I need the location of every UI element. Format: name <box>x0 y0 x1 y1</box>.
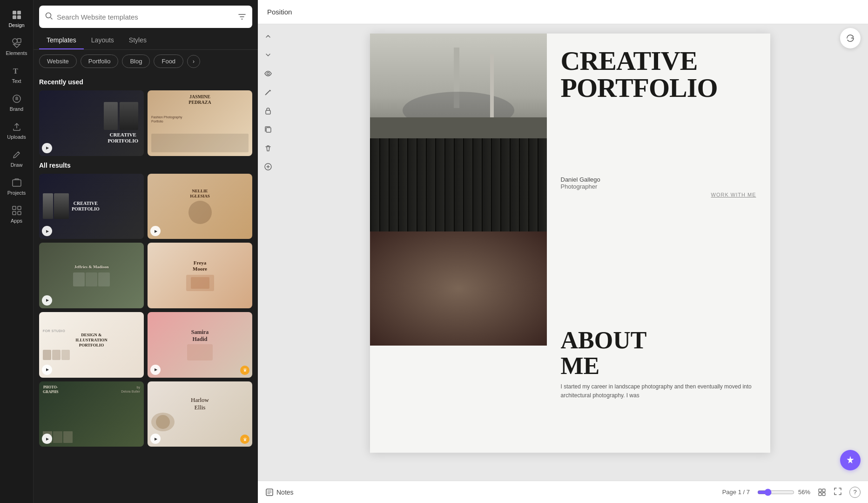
canvas-left-column <box>370 34 547 453</box>
svg-rect-13 <box>18 211 21 215</box>
sidebar-item-apps[interactable]: Apps <box>2 201 32 227</box>
add-btn[interactable] <box>260 158 276 175</box>
elements-icon <box>11 37 22 48</box>
canvas-page: CREATIVE PORTFOLIO Daniel Gallego Photog… <box>370 34 770 453</box>
svg-rect-9 <box>13 180 21 186</box>
svg-rect-10 <box>13 206 16 210</box>
text-label: Text <box>12 78 21 84</box>
svg-rect-12 <box>13 211 16 215</box>
edit-btn[interactable] <box>260 84 276 101</box>
zoom-percent: 56% <box>798 489 810 496</box>
tab-templates[interactable]: Templates <box>39 32 84 49</box>
visibility-btn[interactable] <box>260 65 276 82</box>
sidebar-item-design[interactable]: Design <box>2 6 32 32</box>
search-bar <box>39 6 252 28</box>
svg-point-14 <box>46 13 51 18</box>
about-title-line2: ME <box>561 353 600 379</box>
chip-portfolio[interactable]: Portfolio <box>81 54 119 68</box>
template-card-photographs[interactable]: PHOTO-GRAPHS byDelora Butler <box>39 381 144 447</box>
help-button[interactable]: ? <box>849 487 861 498</box>
svg-point-15 <box>267 73 269 75</box>
templates-scroll[interactable]: Recently used CREATIVEPORTFOLIO <box>34 73 258 503</box>
svg-point-46 <box>451 279 462 291</box>
tab-styles[interactable]: Styles <box>121 32 154 49</box>
scroll-down-btn[interactable] <box>260 47 276 63</box>
svg-rect-23 <box>370 138 547 231</box>
filter-button[interactable] <box>237 12 247 21</box>
search-input[interactable] <box>57 13 234 21</box>
brand-icon <box>11 93 22 104</box>
chips-more-arrow[interactable]: › <box>187 55 200 68</box>
apps-icon <box>11 205 22 216</box>
duplicate-btn[interactable] <box>260 121 276 138</box>
sidebar-item-elements[interactable]: Elements <box>2 34 32 60</box>
svg-rect-49 <box>822 489 825 492</box>
svg-rect-51 <box>822 493 825 496</box>
svg-text:T: T <box>13 67 18 75</box>
template-card-jeffries[interactable]: Jeffries & Madison <box>39 243 144 308</box>
sidebar-item-text[interactable]: T Text <box>2 61 32 88</box>
svg-rect-17 <box>266 128 271 132</box>
zoom-controls: 56% <box>757 489 810 496</box>
big-title-line1: CREATIVE <box>561 46 698 76</box>
magic-sparkle-button[interactable] <box>840 450 861 470</box>
chip-website[interactable]: Website <box>39 54 77 68</box>
elements-label: Elements <box>6 50 27 56</box>
svg-rect-3 <box>17 15 21 19</box>
grid-view-button[interactable] <box>818 488 826 496</box>
play-btn-all-6[interactable] <box>150 365 161 375</box>
projects-icon <box>11 177 22 188</box>
photographer-role: Photographer <box>561 183 756 190</box>
recently-used-title: Recently used <box>39 78 252 86</box>
big-title-line2: PORTFOLIO <box>561 73 718 103</box>
svg-rect-45 <box>444 285 475 301</box>
zoom-slider[interactable] <box>757 489 794 496</box>
lock-btn[interactable] <box>260 102 276 119</box>
play-btn-all-3[interactable] <box>42 295 52 306</box>
sidebar-item-brand[interactable]: Brand <box>2 89 32 116</box>
design-icon <box>11 9 22 20</box>
template-card-jasmine[interactable]: JASMINEPEDRAZA Fashion PhotographyPortfo… <box>148 90 252 156</box>
delete-btn[interactable] <box>260 140 276 156</box>
work-with-me-link[interactable]: WORK WITH ME <box>561 192 756 197</box>
play-btn-all-8[interactable] <box>150 434 161 444</box>
chip-food[interactable]: Food <box>154 54 183 68</box>
page-indicator: Page 1 / 7 <box>722 489 750 496</box>
top-bar: Position <box>258 0 868 24</box>
uploads-icon <box>11 121 22 132</box>
play-btn-recent-1[interactable] <box>42 143 52 153</box>
left-sidebar: Design Elements T Text Brand <box>0 0 34 503</box>
template-card-harlow[interactable]: HarlowEllis ♛ <box>148 381 252 447</box>
template-card-nellie[interactable]: NELLIEIGLESIAS <box>148 174 252 239</box>
scroll-up-btn[interactable] <box>260 28 276 45</box>
canvas-area[interactable]: CREATIVE PORTFOLIO Daniel Gallego Photog… <box>258 24 868 503</box>
svg-rect-5 <box>17 39 21 42</box>
template-card-creative-portfolio-1[interactable]: CREATIVEPORTFOLIO <box>39 174 144 239</box>
design-label: Design <box>8 22 24 28</box>
play-btn-all-5[interactable] <box>42 365 52 375</box>
tabs-row: Templates Layouts Styles <box>34 32 258 50</box>
magic-refresh-button[interactable] <box>840 28 861 48</box>
template-card-design-illus[interactable]: For Studio DESIGN &ILLUSTRATIONPORTFOLIO <box>39 312 144 378</box>
canvas-about-title: ABOUT ME <box>561 328 756 379</box>
sidebar-item-uploads[interactable]: Uploads <box>2 117 32 143</box>
fullscreen-button[interactable] <box>834 487 842 497</box>
uploads-label: Uploads <box>7 134 26 140</box>
all-results-title: All results <box>39 162 252 169</box>
template-card-samira[interactable]: SamiraHadid ♛ <box>148 312 252 378</box>
about-text: I started my career in landscape photogr… <box>561 382 756 400</box>
template-card-creative-portfolio-recent[interactable]: CREATIVEPORTFOLIO <box>39 90 144 156</box>
template-card-freya[interactable]: FreyaMoore <box>148 243 252 308</box>
svg-rect-22 <box>370 117 547 138</box>
notes-button[interactable]: Notes <box>265 488 294 496</box>
main-area: Position <box>258 0 868 503</box>
chip-blog[interactable]: Blog <box>122 54 150 68</box>
tab-layouts[interactable]: Layouts <box>84 32 121 49</box>
sidebar-item-projects[interactable]: Projects <box>2 173 32 199</box>
sidebar-item-draw[interactable]: Draw <box>2 145 32 171</box>
top-bar-title: Position <box>267 8 292 16</box>
draw-label: Draw <box>11 162 23 168</box>
apps-label: Apps <box>11 218 22 224</box>
crown-badge-samira: ♛ <box>240 366 249 375</box>
play-btn-all-7[interactable] <box>42 434 52 444</box>
